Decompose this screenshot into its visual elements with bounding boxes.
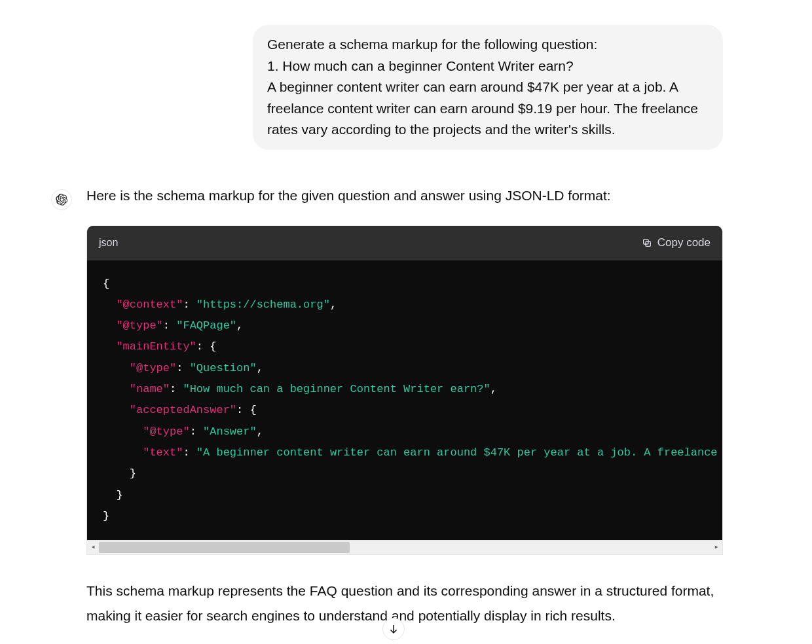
code-token: "@type"	[143, 425, 189, 438]
code-token: :	[196, 340, 210, 353]
assistant-message-row: Here is the schema markup for the given …	[0, 185, 812, 644]
code-token: "Answer"	[203, 425, 257, 438]
copy-code-label: Copy code	[657, 232, 710, 253]
code-token: :	[190, 425, 203, 438]
user-message-bubble: Generate a schema markup for the followi…	[253, 25, 723, 150]
code-token: }	[103, 510, 109, 522]
code-token: }	[130, 467, 136, 480]
code-body: { "@context": "https://schema.org", "@ty…	[87, 260, 722, 541]
scrollbar-track[interactable]	[99, 541, 710, 554]
assistant-avatar	[51, 189, 72, 210]
assistant-intro-text: Here is the schema markup for the given …	[86, 185, 723, 207]
code-token: "https://schema.org"	[196, 298, 330, 311]
user-text-line: 1. How much can a beginner Content Write…	[267, 56, 709, 77]
openai-logo-icon	[56, 194, 67, 206]
code-token: ,	[330, 298, 337, 311]
code-token: :	[170, 383, 183, 395]
assistant-outro-text: This schema markup represents the FAQ qu…	[86, 579, 723, 628]
user-text-line: Generate a schema markup for the followi…	[267, 34, 709, 56]
code-token: :	[176, 362, 189, 374]
code-token: ,	[490, 383, 497, 395]
code-block: json Copy code { "@context": "https://sc…	[86, 226, 723, 555]
code-token: "text"	[143, 446, 183, 459]
code-token: "@context"	[116, 298, 183, 311]
code-token: "FAQPage"	[176, 319, 236, 332]
copy-icon	[642, 238, 652, 248]
code-token: "How much can a beginner Content Writer …	[183, 383, 490, 395]
code-token: {	[249, 404, 256, 416]
code-token: ,	[257, 425, 263, 438]
scrollbar-right-arrow-icon[interactable]: ▸	[710, 541, 722, 554]
code-token: }	[116, 489, 122, 501]
code-token: {	[210, 340, 216, 353]
code-language-label: json	[99, 233, 118, 253]
code-token: {	[103, 277, 109, 290]
code-token: ,	[236, 319, 243, 332]
code-token: :	[163, 319, 176, 332]
assistant-content: Here is the schema markup for the given …	[86, 185, 723, 644]
code-token: "@type"	[130, 362, 176, 374]
code-token: "A beginner content writer can earn arou…	[196, 446, 722, 459]
code-body-scroll[interactable]: { "@context": "https://schema.org", "@ty…	[87, 260, 722, 541]
scrollbar-thumb[interactable]	[99, 542, 350, 553]
code-token: :	[236, 404, 249, 416]
horizontal-scrollbar[interactable]: ◂ ▸	[87, 540, 722, 554]
user-message-row: Generate a schema markup for the followi…	[0, 25, 812, 150]
user-text-line: A beginner content writer can earn aroun…	[267, 77, 709, 141]
code-token: "Question"	[190, 362, 257, 374]
code-token: "name"	[130, 383, 170, 395]
copy-code-button[interactable]: Copy code	[642, 232, 710, 253]
code-token: :	[183, 298, 196, 311]
code-token: "mainEntity"	[116, 340, 196, 353]
code-token: :	[183, 446, 196, 459]
code-token: "acceptedAnswer"	[130, 404, 236, 416]
arrow-down-icon	[388, 623, 399, 635]
code-token: "@type"	[116, 319, 162, 332]
code-token: ,	[257, 362, 263, 374]
scroll-to-bottom-button[interactable]	[382, 618, 405, 640]
code-header: json Copy code	[87, 226, 722, 260]
scrollbar-left-arrow-icon[interactable]: ◂	[87, 541, 99, 554]
